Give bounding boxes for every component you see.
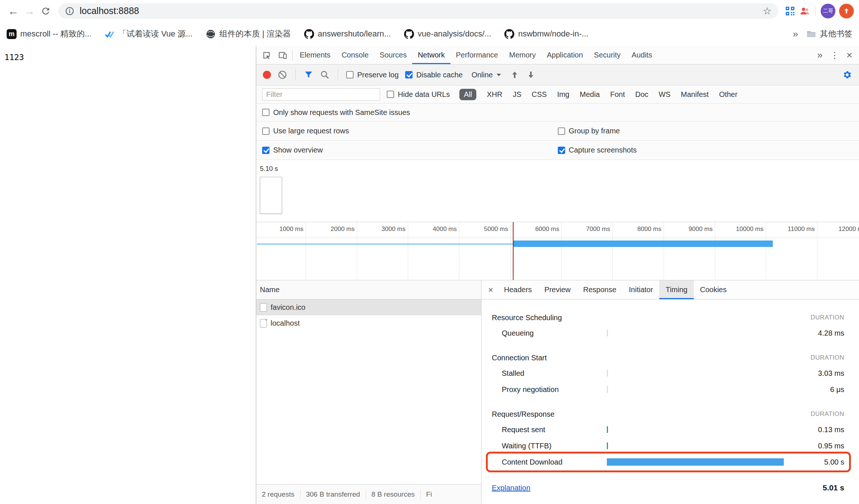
content-download-bar	[607, 458, 784, 466]
show-overview-option[interactable]: Show overview	[262, 146, 558, 154]
show-overview-checkbox[interactable]	[262, 147, 269, 154]
stalled-bar	[607, 370, 608, 377]
filter-type-manifest[interactable]: Manifest	[681, 90, 709, 99]
preserve-log-checkbox[interactable]	[346, 71, 354, 78]
samesite-option[interactable]: Only show requests with SameSite issues	[262, 108, 853, 117]
record-button[interactable]	[263, 71, 271, 79]
share-extension-icon[interactable]	[797, 4, 812, 18]
filter-type-all[interactable]: All	[459, 89, 476, 100]
filter-type-doc[interactable]: Doc	[635, 90, 648, 99]
tab-elements[interactable]: Elements	[294, 46, 336, 64]
disable-cache-checkbox[interactable]	[405, 71, 413, 78]
tab-audits[interactable]: Audits	[626, 46, 658, 64]
name-column-header[interactable]: Name	[256, 280, 481, 300]
url-text[interactable]: localhost:8888	[80, 6, 758, 16]
network-overview[interactable]: 1000 ms 2000 ms 3000 ms 4000 ms 5000 ms …	[256, 222, 859, 280]
timing-section-header: Resource Scheduling DURATION	[492, 310, 844, 325]
bookmark-item[interactable]: answershuto/learn...	[304, 29, 391, 39]
tab-application[interactable]: Application	[541, 46, 588, 64]
disable-cache-option[interactable]: Disable cache	[405, 71, 463, 79]
large-rows-checkbox[interactable]	[262, 127, 269, 135]
tab-sources[interactable]: Sources	[374, 46, 412, 64]
tab-headers[interactable]: Headers	[498, 280, 538, 299]
request-row-localhost[interactable]: localhost	[256, 315, 481, 331]
tab-console[interactable]: Console	[336, 46, 374, 64]
more-tabs-button[interactable]: »	[813, 49, 827, 61]
other-bookmarks-button[interactable]: 其他书签	[806, 28, 852, 39]
bookmark-item[interactable]: nswbmw/node-in-...	[504, 29, 588, 39]
bookmark-item[interactable]: 「试着读读 Vue 源...	[105, 28, 192, 39]
export-har-button[interactable]	[526, 70, 536, 80]
ruler-tick-label: 11000 ms	[788, 225, 815, 233]
tab-timing[interactable]: Timing	[659, 280, 693, 299]
document-icon	[260, 319, 267, 328]
summary-resources: 8 B resources	[366, 490, 421, 499]
devtools-menu-button[interactable]: ⋮	[827, 50, 842, 60]
tab-memory[interactable]: Memory	[504, 46, 541, 64]
tab-network[interactable]: Network	[412, 46, 450, 64]
close-details-button[interactable]: ×	[484, 285, 498, 295]
bookmark-star-icon[interactable]: ☆	[763, 5, 772, 17]
globe-favicon	[206, 29, 216, 39]
clear-button[interactable]	[278, 70, 287, 80]
device-toolbar-button[interactable]	[275, 46, 291, 64]
back-button[interactable]: ←	[5, 3, 21, 19]
filter-type-other[interactable]: Other	[719, 90, 737, 99]
timing-panel: Resource Scheduling DURATION Queueing 4.…	[481, 300, 859, 504]
filter-type-font[interactable]: Font	[610, 90, 625, 99]
filmstrip-screenshot[interactable]	[260, 177, 282, 214]
forward-button[interactable]: →	[21, 3, 38, 19]
network-settings-button[interactable]	[842, 70, 852, 80]
capture-screenshots-option[interactable]: Capture screenshots	[558, 146, 853, 154]
github-favicon	[504, 29, 514, 39]
inspect-cursor-icon	[262, 50, 271, 60]
tab-initiator[interactable]: Initiator	[623, 280, 660, 299]
samesite-checkbox[interactable]	[262, 109, 269, 116]
filter-button[interactable]	[304, 70, 313, 80]
tab-security[interactable]: Security	[588, 46, 626, 64]
group-by-frame-checkbox[interactable]	[558, 127, 565, 135]
update-chrome-button[interactable]	[839, 4, 854, 18]
profile-avatar[interactable]: 二哥	[821, 4, 835, 18]
filter-type-img[interactable]: Img	[557, 90, 569, 99]
large-rows-option[interactable]: Use large request rows	[262, 127, 558, 135]
content-area: 1123 Elements Con	[0, 46, 859, 504]
explanation-link[interactable]: Explanation	[492, 484, 531, 492]
reload-button[interactable]	[38, 3, 54, 19]
capture-screenshots-checkbox[interactable]	[558, 147, 565, 154]
bookmarks-overflow-button[interactable]: »	[793, 28, 798, 40]
bookmark-item[interactable]: 组件的本质 | 渲染器	[206, 28, 291, 39]
search-button[interactable]	[320, 70, 330, 80]
requests-empty-space	[256, 331, 481, 484]
bookmark-item[interactable]: m mescroll -- 精致的...	[7, 28, 91, 39]
network-toolbar: Preserve log Disable cache Online	[256, 64, 859, 85]
import-har-button[interactable]	[510, 70, 519, 80]
group-by-frame-option[interactable]: Group by frame	[558, 127, 853, 135]
filter-type-media[interactable]: Media	[580, 90, 599, 99]
filter-type-ws[interactable]: WS	[659, 90, 671, 99]
filter-type-xhr[interactable]: XHR	[487, 90, 502, 99]
request-row-favicon[interactable]: favicon.ico	[256, 300, 481, 315]
inspect-element-button[interactable]	[258, 46, 275, 64]
filter-type-css[interactable]: CSS	[532, 90, 547, 99]
ruler-tick-label: 2000 ms	[331, 225, 355, 233]
summary-transferred: 306 B transferred	[300, 490, 366, 499]
tab-performance[interactable]: Performance	[451, 46, 504, 64]
filter-input[interactable]	[262, 88, 380, 101]
samesite-option-row: Only show requests with SameSite issues	[256, 104, 859, 122]
overview-download-bar	[514, 241, 773, 247]
filter-type-js[interactable]: JS	[513, 90, 521, 99]
address-bar[interactable]: localhost:8888 ☆	[58, 3, 778, 19]
throttling-select[interactable]: Online	[469, 71, 503, 79]
tab-cookies[interactable]: Cookies	[694, 280, 733, 299]
devtools-close-button[interactable]: ×	[842, 49, 857, 61]
request-details-panel: × Headers Preview Response Initiator Tim…	[481, 280, 859, 504]
bookmark-item[interactable]: vue-analysis/docs/...	[404, 29, 491, 39]
tab-preview[interactable]: Preview	[538, 280, 577, 299]
hide-data-urls-option[interactable]: Hide data URLs	[387, 90, 450, 99]
hide-data-urls-checkbox[interactable]	[387, 91, 394, 98]
qr-extension-icon[interactable]	[783, 4, 797, 18]
info-icon[interactable]	[65, 6, 74, 16]
tab-response[interactable]: Response	[577, 280, 623, 299]
preserve-log-option[interactable]: Preserve log	[346, 71, 399, 79]
